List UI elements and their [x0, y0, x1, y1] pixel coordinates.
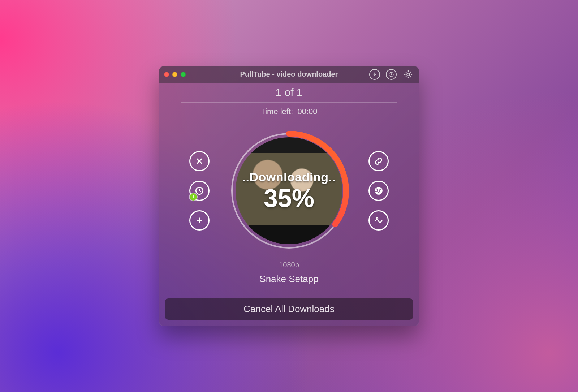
history-button[interactable]: [386, 69, 397, 80]
minimize-window-button[interactable]: [172, 72, 177, 77]
left-actions: +: [189, 151, 210, 231]
time-left-row: Time left: 00:00: [159, 103, 419, 119]
image-icon: [374, 216, 383, 225]
right-actions: [368, 151, 389, 231]
downloads-button[interactable]: [369, 69, 380, 80]
schedule-download-button[interactable]: +: [189, 181, 210, 201]
queue-counter: 1 of 1: [159, 83, 419, 102]
window-controls: [164, 72, 186, 77]
link-icon: [374, 156, 383, 166]
video-meta: 1080p Snake Setapp: [159, 256, 419, 293]
progress-ring: ..Downloading.. 35%: [228, 129, 350, 252]
close-icon: [195, 156, 204, 166]
gear-icon: [403, 69, 413, 79]
time-left-label: Time left:: [261, 107, 293, 116]
footer: Cancel All Downloads: [159, 293, 419, 326]
video-quality: 1080p: [159, 261, 419, 269]
download-arrow-icon: [372, 72, 378, 77]
download-progress-percent: 35%: [264, 186, 314, 211]
globe-icon: [374, 186, 383, 195]
plus-icon: [195, 216, 204, 225]
video-title: Snake Setapp: [159, 273, 419, 285]
save-thumbnail-button[interactable]: [368, 210, 389, 231]
cancel-download-button[interactable]: [189, 151, 210, 171]
close-window-button[interactable]: [164, 72, 169, 77]
zoom-window-button[interactable]: [181, 72, 186, 77]
video-thumbnail[interactable]: ..Downloading.. 35%: [236, 137, 342, 244]
cancel-all-button[interactable]: Cancel All Downloads: [165, 298, 413, 320]
time-left-value: 00:00: [297, 107, 317, 116]
svg-point-6: [376, 217, 378, 219]
settings-button[interactable]: [402, 69, 414, 80]
svg-point-5: [375, 187, 383, 195]
plus-badge-icon: +: [190, 193, 197, 201]
app-window: PullTube - video downloader 1 of 1 Time …: [159, 66, 419, 326]
copy-link-button[interactable]: [368, 151, 389, 171]
titlebar: PullTube - video downloader: [159, 66, 419, 83]
main-content: + ..Downloading.. 35%: [159, 119, 419, 256]
svg-point-1: [407, 73, 409, 76]
open-in-browser-button[interactable]: [368, 181, 389, 201]
clock-icon: [195, 186, 204, 195]
titlebar-actions: [369, 69, 414, 80]
download-status-text: ..Downloading..: [242, 170, 336, 184]
clock-icon: [388, 72, 394, 77]
add-download-button[interactable]: [189, 210, 210, 231]
